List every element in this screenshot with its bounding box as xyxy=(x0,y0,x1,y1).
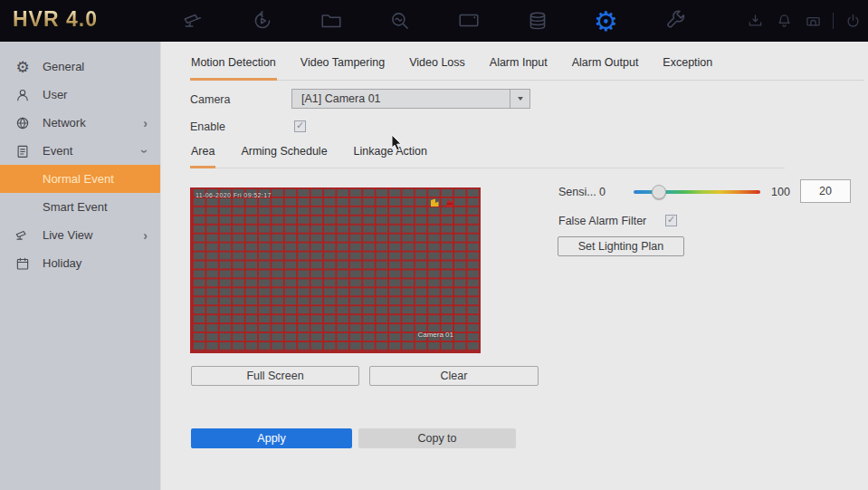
sidebar: ⚙ General User Network › Event › Normal … xyxy=(0,42,161,490)
camera-select-value: [A1] Camera 01 xyxy=(292,92,510,105)
clear-button[interactable]: Clear xyxy=(369,366,539,386)
gear-icon: ⚙ xyxy=(14,59,31,75)
subtab-arming-schedule[interactable]: Arming Schedule xyxy=(240,143,328,168)
smart-analysis-icon[interactable] xyxy=(387,9,412,34)
sensitivity-slider[interactable] xyxy=(634,190,760,194)
configuration-icon[interactable]: ⚙ xyxy=(594,9,618,34)
sensitivity-min: 0 xyxy=(599,186,606,198)
osd-timestamp: 11-06-2020 Fri 09:52:17 xyxy=(196,192,272,198)
camera-select[interactable]: [A1] Camera 01 xyxy=(291,89,530,109)
enable-label: Enable xyxy=(190,120,225,133)
apply-button[interactable]: Apply xyxy=(191,428,352,448)
top-status-icons xyxy=(746,0,863,42)
top-bar: HVR 4.0 ⚙ xyxy=(0,0,868,42)
sidebar-item-network[interactable]: Network › xyxy=(0,109,160,137)
sidebar-item-label: Event xyxy=(43,144,72,158)
sidebar-item-user[interactable]: User xyxy=(0,81,160,109)
sidebar-item-normal-event[interactable]: Normal Event xyxy=(0,165,160,193)
motion-event-icon xyxy=(429,197,440,208)
user-icon xyxy=(14,87,31,103)
sidebar-item-smart-event[interactable]: Smart Event xyxy=(0,193,160,221)
calendar-icon xyxy=(14,255,31,272)
hvr-settings-screen: { "app": { "title": "HVR 4.0" }, "topbar… xyxy=(0,0,868,490)
sidebar-item-live-view[interactable]: Live View › xyxy=(0,221,160,249)
download-icon[interactable] xyxy=(746,12,765,31)
subtab-area[interactable]: Area xyxy=(190,143,215,168)
alarm-event-icon xyxy=(444,197,455,208)
chevron-down-icon xyxy=(518,97,523,101)
alarm-bell-icon[interactable] xyxy=(775,12,794,31)
tab-motion-detection[interactable]: Motion Detection xyxy=(190,54,277,81)
set-lighting-plan-button[interactable]: Set Lighting Plan xyxy=(558,236,684,256)
sidebar-item-holiday[interactable]: Holiday xyxy=(0,249,160,277)
sidebar-item-label: Normal Event xyxy=(43,172,114,186)
globe-icon xyxy=(14,115,31,131)
setting-subtabs: Area Arming Schedule Linkage Action xyxy=(190,143,785,168)
event-type-tabs: Motion Detection Video Tampering Video L… xyxy=(190,54,864,81)
chevron-right-icon: › xyxy=(143,116,148,130)
divider xyxy=(833,13,834,29)
sensitivity-max: 100 xyxy=(771,186,790,198)
sensitivity-handle[interactable] xyxy=(652,185,666,199)
storage-icon[interactable] xyxy=(525,9,549,34)
live-view-icon[interactable] xyxy=(181,9,205,34)
top-nav: ⚙ xyxy=(181,0,687,42)
motion-grid[interactable] xyxy=(192,189,479,351)
camera-label: Camera xyxy=(190,93,230,106)
sidebar-item-label: Live View xyxy=(43,228,92,242)
tab-alarm-output[interactable]: Alarm Output xyxy=(571,54,640,81)
power-icon[interactable] xyxy=(844,12,863,31)
tab-video-tampering[interactable]: Video Tampering xyxy=(300,54,386,81)
enable-checkbox[interactable] xyxy=(294,120,306,132)
gear-icon: ⚙ xyxy=(594,9,618,34)
chevron-down-icon: › xyxy=(138,149,153,153)
playback-icon[interactable] xyxy=(250,9,274,34)
false-alarm-filter-label: False Alarm Filter xyxy=(558,215,646,227)
sidebar-item-label: Smart Event xyxy=(43,200,108,214)
tab-video-loss[interactable]: Video Loss xyxy=(408,54,466,81)
sidebar-item-label: Network xyxy=(43,116,86,130)
sidebar-item-general[interactable]: ⚙ General xyxy=(0,53,160,81)
chevron-right-icon: › xyxy=(143,228,148,243)
video-preview[interactable]: 11-06-2020 Fri 09:52:17 Camera 01 xyxy=(190,187,481,353)
tab-exception[interactable]: Exception xyxy=(662,54,713,81)
false-alarm-filter-checkbox[interactable] xyxy=(665,215,677,226)
sidebar-item-event[interactable]: Event › xyxy=(0,137,160,165)
sensitivity-label: Sensi... xyxy=(558,186,596,198)
sidebar-item-label: Holiday xyxy=(43,256,81,270)
main-panel: Motion Detection Video Tampering Video L… xyxy=(161,42,868,490)
maintenance-icon[interactable] xyxy=(663,9,687,34)
sensitivity-value[interactable]: 20 xyxy=(800,179,851,203)
sidebar-item-label: General xyxy=(43,60,84,73)
file-management-icon[interactable] xyxy=(319,9,343,34)
dropdown-button[interactable] xyxy=(510,90,529,108)
copy-to-button[interactable]: Copy to xyxy=(358,428,516,448)
cctv-camera-icon xyxy=(14,227,31,244)
tab-alarm-input[interactable]: Alarm Input xyxy=(489,54,548,81)
backup-icon[interactable] xyxy=(804,12,823,31)
full-screen-button[interactable]: Full Screen xyxy=(191,366,359,386)
sidebar-item-label: User xyxy=(43,88,67,101)
event-list-icon xyxy=(14,143,31,159)
app-logo: HVR 4.0 xyxy=(13,7,98,32)
display-icon[interactable] xyxy=(456,9,481,34)
subtab-linkage-action[interactable]: Linkage Action xyxy=(353,143,428,168)
osd-camera-name: Camera 01 xyxy=(417,331,453,339)
osd-status-icons xyxy=(429,197,455,208)
